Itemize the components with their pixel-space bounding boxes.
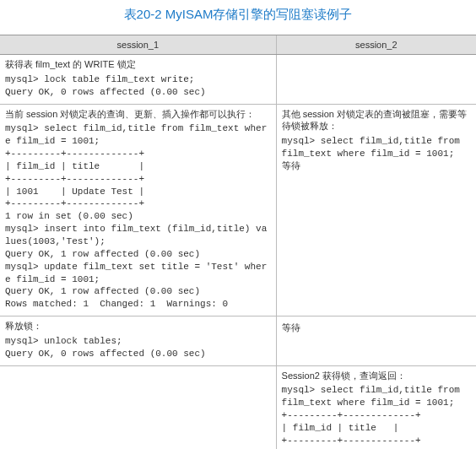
table-header-row: session_1 session_2 xyxy=(0,35,476,55)
cell-note: 当前 session 对锁定表的查询、更新、插入操作都可以执行： xyxy=(5,108,271,121)
cell-s1: 当前 session 对锁定表的查询、更新、插入操作都可以执行： mysql> … xyxy=(0,104,276,316)
table-row: 当前 session 对锁定表的查询、更新、插入操作都可以执行： mysql> … xyxy=(0,104,476,316)
header-session1: session_1 xyxy=(0,35,276,55)
table-row: 释放锁： mysql> unlock tables; Query OK, 0 r… xyxy=(0,316,476,366)
cell-code: mysql> lock table film_text write; Query… xyxy=(5,73,271,99)
cell-s2: Session2 获得锁，查询返回： mysql> select film_id… xyxy=(276,365,476,449)
cell-s1: 释放锁： mysql> unlock tables; Query OK, 0 r… xyxy=(0,316,276,366)
cell-code: mysql> select film_id,title from film_te… xyxy=(282,135,471,173)
table-row: Session2 获得锁，查询返回： mysql> select film_id… xyxy=(0,365,476,449)
cell-code: mysql> select film_id,title from film_te… xyxy=(282,384,471,449)
cell-s1: 获得表 film_text 的 WRITE 锁定 mysql> lock tab… xyxy=(0,55,276,105)
header-session2: session_2 xyxy=(276,35,476,55)
page-title: 表20-2 MyISAM存储引擎的写阻塞读例子 xyxy=(0,0,476,35)
sessions-table: session_1 session_2 获得表 film_text 的 WRIT… xyxy=(0,35,476,449)
cell-note: 释放锁： xyxy=(5,320,271,333)
cell-s2 xyxy=(276,55,476,105)
cell-note: 获得表 film_text 的 WRITE 锁定 xyxy=(5,58,271,71)
cell-code: 等待 xyxy=(282,322,471,335)
cell-note: 其他 session 对锁定表的查询被阻塞，需要等待锁被释放： xyxy=(282,108,471,133)
cell-code: mysql> select film_id,title from film_te… xyxy=(5,122,271,311)
cell-s2: 其他 session 对锁定表的查询被阻塞，需要等待锁被释放： mysql> s… xyxy=(276,104,476,316)
cell-s2: 等待 xyxy=(276,316,476,366)
table-row: 获得表 film_text 的 WRITE 锁定 mysql> lock tab… xyxy=(0,55,476,105)
cell-s1 xyxy=(0,365,276,449)
cell-code: mysql> unlock tables; Query OK, 0 rows a… xyxy=(5,335,271,360)
cell-note: Session2 获得锁，查询返回： xyxy=(282,370,471,382)
